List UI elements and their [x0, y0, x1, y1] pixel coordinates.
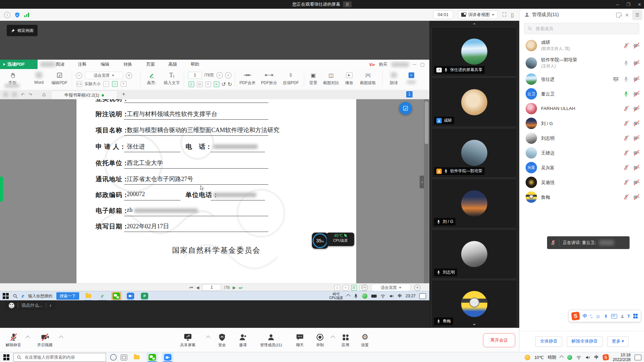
tabbar-tool-blurred-2[interactable]: [12, 92, 17, 97]
highlight-tool[interactable]: 高亮·: [144, 71, 160, 86]
unmute-button[interactable]: 解除静音: [2, 332, 25, 348]
document-page[interactable]: 亚类说明： 附注说明： 工程与材料领域共性软件支撑平台 项目名称： 数据与模型耦…: [76, 99, 356, 283]
pdf-menu-edit[interactable]: 编辑: [101, 60, 109, 69]
tile-chengyan[interactable]: 成研: [431, 77, 517, 127]
antivirus-ball-icon[interactable]: [362, 293, 368, 299]
camera-off-icon[interactable]: [633, 179, 640, 186]
pdf-buy-button[interactable]: 购买: [379, 62, 387, 67]
mic-speaking-icon[interactable]: [623, 91, 629, 97]
emoji-icon[interactable]: [9, 303, 14, 308]
mic-muted-icon[interactable]: [623, 106, 629, 112]
translate-tool[interactable]: A: [404, 71, 419, 85]
weather-temp[interactable]: 10℃: [534, 355, 544, 360]
prev-page-nav-button[interactable]: ◀: [196, 285, 199, 290]
document-tab[interactable]: 申报书草稿V2.2(1): [51, 90, 117, 100]
sharing-banner-menu-icon[interactable]: ☰: [343, 1, 352, 7]
panel-popout-icon[interactable]: [616, 13, 622, 17]
tray-speaker-icon[interactable]: [389, 294, 394, 299]
camera-off-icon[interactable]: [633, 120, 640, 127]
shared-taskbar-photos[interactable]: [125, 292, 136, 300]
taskbar-meeting-app[interactable]: [162, 353, 173, 362]
tray-expand-chevron[interactable]: [346, 294, 351, 298]
mic-muted-icon[interactable]: [623, 43, 629, 49]
member-row[interactable]: 云卫 董云卫: [520, 86, 644, 101]
record-button[interactable]: 录制: [311, 332, 329, 348]
pdf-menu-blurred-tab[interactable]: [40, 62, 55, 67]
status-layout-icon-2[interactable]: ≡: [343, 285, 348, 291]
camera-off-icon[interactable]: [633, 76, 640, 82]
sogou-ime-bar[interactable]: S 中 ’, ☺ T: [569, 310, 641, 322]
record-options-chevron[interactable]: [331, 336, 335, 340]
task-view-icon[interactable]: [121, 355, 127, 360]
select-tool-blurred[interactable]: [5, 84, 19, 88]
member-row[interactable]: 成研 (联席主持人, 我): [520, 37, 644, 54]
zoom-out-button[interactable]: −: [76, 72, 82, 79]
mic-muted-icon[interactable]: [623, 121, 629, 126]
speaker-icon[interactable]: [585, 355, 590, 360]
action-center-icon[interactable]: [635, 355, 641, 360]
camera-off-icon[interactable]: [633, 194, 640, 200]
shared-taskbar-pdf[interactable]: P: [140, 292, 150, 300]
member-row[interactable]: 刘志明: [520, 131, 644, 145]
start-button[interactable]: [3, 354, 9, 360]
panel-close-icon[interactable]: ✕: [625, 12, 629, 18]
camera-off-icon[interactable]: [633, 150, 640, 156]
ime-skin-icon[interactable]: T: [628, 314, 630, 319]
danmaku-collapse-icon[interactable]: ‹: [50, 302, 51, 308]
ime-keyboard-icon[interactable]: [611, 314, 617, 318]
meeting-security-icon[interactable]: [14, 12, 20, 18]
ime-punctuation[interactable]: ’,: [590, 314, 592, 319]
first-page-button[interactable]: ⏮: [190, 285, 193, 290]
chat-button[interactable]: 聊天: [291, 332, 309, 348]
screenshot-extract-tool[interactable]: [A] 截图提取: [358, 71, 378, 86]
tray-wifi-icon[interactable]: [380, 294, 385, 299]
ime-toolbox-icon[interactable]: [633, 314, 638, 318]
cortana-icon[interactable]: [110, 354, 117, 361]
taskbar-search-box[interactable]: [13, 353, 106, 362]
insert-text-tool[interactable]: TI 插入文字: [162, 71, 182, 86]
shared-search-button[interactable]: 搜索一下: [56, 292, 79, 300]
background-tool[interactable]: ▣ 背景: [306, 71, 321, 86]
tile-liu-g[interactable]: 刘 / G: [431, 179, 517, 228]
pdf-menu-read[interactable]: 阅读: [56, 60, 64, 69]
pdf-minimize-icon[interactable]: ─: [413, 62, 416, 67]
double-page-view-icon[interactable]: ▯▯: [197, 81, 203, 87]
member-row[interactable]: FARHAN ULLAH: [520, 101, 644, 116]
danmaku-input-bar[interactable]: 说点什么... ‹: [5, 300, 55, 310]
member-row[interactable]: 吴逾强: [520, 175, 644, 190]
shared-notification-icon[interactable]: [419, 293, 426, 299]
panel-menu-icon[interactable]: ☰: [632, 10, 642, 20]
member-row[interactable]: 刘 / G: [520, 116, 644, 131]
tabbar-tool-blurred-1[interactable]: [3, 92, 8, 97]
single-page-view-icon[interactable]: ▯: [189, 81, 194, 87]
mic-muted-icon[interactable]: [623, 150, 629, 156]
tile-guopeirong[interactable]: 软件学院—郭培荣: [431, 128, 517, 178]
rotate-left-icon[interactable]: ↺: [221, 81, 226, 87]
pdf-menu-advanced[interactable]: 高级: [168, 60, 177, 69]
tile-liuzhiming[interactable]: 刘志明: [431, 229, 517, 279]
wechat-side-handle[interactable]: [0, 177, 3, 201]
status-zoom-out-button[interactable]: −: [362, 285, 368, 291]
pdf-merge-tool[interactable]: ⇥⇤ PDF合并: [237, 71, 258, 86]
status-layout-icon-3[interactable]: 吕: [351, 285, 357, 291]
member-row[interactable]: 兴富 吴兴富: [520, 160, 644, 175]
shared-search-hint[interactable]: 输入你想搜的: [28, 293, 52, 299]
sogou-tray-icon[interactable]: S: [602, 354, 609, 361]
share-options-chevron[interactable]: [206, 336, 210, 340]
ime-account-icon[interactable]: [620, 314, 625, 318]
ime-emoji-icon[interactable]: ☺: [595, 313, 600, 319]
tray-device-icon[interactable]: [371, 295, 377, 298]
screenshot-compare-tool[interactable]: ◫ 截图对比: [321, 71, 341, 86]
settings-button[interactable]: ⚙ 设置: [356, 332, 374, 348]
camera-off-icon[interactable]: [633, 43, 640, 49]
member-row[interactable]: 詹梅: [520, 190, 644, 204]
camera-off-icon[interactable]: [633, 60, 640, 66]
pdf-split-tool[interactable]: ⇤⇥ PDF拆分: [259, 71, 279, 86]
scrollbar-thumb[interactable]: [425, 101, 428, 144]
shared-taskbar-wechat[interactable]: [111, 292, 121, 300]
pdf-menu-page[interactable]: 页面: [146, 60, 155, 69]
actual-size-label[interactable]: 实际大小: [85, 81, 101, 87]
tiles-collapse-down-icon[interactable]: ⌄: [472, 320, 476, 326]
read-aloud-tool[interactable]: 朗读: [386, 71, 401, 86]
member-row[interactable]: 软件学院—郭培荣 (主持人): [520, 54, 644, 72]
